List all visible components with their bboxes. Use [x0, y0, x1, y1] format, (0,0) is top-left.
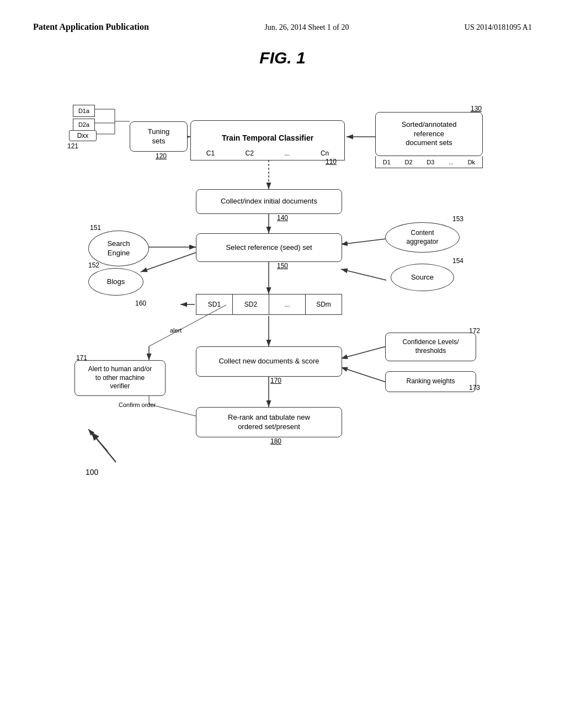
ref-121: 121 [67, 142, 78, 150]
ref-160: 160 [135, 299, 146, 307]
fig-title: FIG. 1 [259, 49, 305, 67]
ref-170: 170 [270, 377, 281, 384]
ranking-label: Ranking weights [406, 377, 455, 386]
ref-140: 140 [277, 214, 288, 222]
svg-line-12 [341, 269, 386, 280]
ref-150: 150 [277, 262, 288, 270]
sd2-cell: SD2 [233, 295, 269, 314]
source-box: Source [391, 264, 454, 291]
ref-100: 100 [86, 468, 98, 477]
sd-row-container: SD1 SD2 ... SDm [196, 294, 342, 315]
d1a-box: D1a [73, 105, 95, 117]
sd1-cell: SD1 [196, 295, 233, 314]
collect-index-label: Collect/index initial documents [221, 197, 317, 206]
rerank-label: Re-rank and tabulate newordered set/pres… [228, 413, 310, 432]
blogs-box: Blogs [88, 268, 143, 296]
source-label: Source [411, 273, 434, 282]
select-ref-box: Select reference (seed) set [196, 233, 342, 262]
header: Patent Application Publication Jun. 26, … [33, 22, 532, 32]
ref-120: 120 [156, 152, 167, 160]
loop-arrow-svg [83, 424, 127, 468]
publication-label: Patent Application Publication [33, 22, 149, 32]
tuning-sets-box: Tuningsets [130, 121, 188, 152]
content-aggregator-box: Contentaggregator [385, 222, 460, 253]
ref-152: 152 [88, 261, 99, 269]
tuning-sets-label: Tuningsets [148, 127, 169, 146]
rerank-box: Re-rank and tabulate newordered set/pres… [196, 407, 342, 437]
ref-180: 180 [270, 437, 281, 445]
collect-index-box: Collect/index initial documents [196, 189, 342, 214]
sdm-cell: SDm [306, 295, 342, 314]
ranking-box: Ranking weights [385, 371, 476, 392]
page: Patent Application Publication Jun. 26, … [0, 0, 565, 728]
content-aggregator-label: Contentaggregator [406, 229, 438, 246]
ref-172: 172 [469, 327, 480, 335]
alert-box: Alert to human and/orto other machinever… [74, 360, 166, 396]
sorted-ref-box: Sorted/annotatedreferencedocument sets [375, 112, 483, 156]
d2a-box: D2a [73, 119, 95, 131]
figure-area: FIG. 1 [33, 43, 532, 677]
date-sheet-label: Jun. 26, 2014 Sheet 1 of 20 [264, 23, 349, 32]
alert-text-label: alert [170, 327, 182, 334]
classifier-cells: C1 C2 ... Cn [190, 147, 345, 160]
sorted-ref-label: Sorted/annotatedreferencedocument sets [402, 120, 457, 148]
collect-score-box: Collect new documents & score [196, 346, 342, 377]
ref-171: 171 [76, 354, 87, 362]
search-engine-label: SearchEngine [107, 239, 130, 258]
svg-line-10 [141, 253, 196, 272]
svg-line-26 [91, 432, 116, 462]
collect-score-label: Collect new documents & score [218, 357, 319, 366]
ref-130: 130 [471, 105, 482, 113]
diagram: Train Temporal Classifier C1 C2 ... Cn 1… [33, 76, 532, 677]
confidence-label: Confidence Levels/thresholds [402, 338, 459, 355]
select-ref-label: Select reference (seed) set [226, 243, 312, 253]
svg-line-11 [341, 239, 386, 244]
svg-line-17 [341, 346, 386, 358]
ref-doc-cells: D1 D2 D3 ... Dk [375, 156, 483, 168]
ref-153: 153 [452, 215, 463, 223]
ref-151: 151 [90, 224, 101, 232]
sd-ellipsis-cell: ... [269, 295, 306, 314]
alert-label: Alert to human and/orto other machinever… [88, 365, 152, 391]
dxx-box: Dxx [69, 130, 97, 141]
sd-connector-arrow [179, 294, 196, 315]
blogs-label: Blogs [107, 277, 125, 287]
ref-173: 173 [469, 384, 480, 392]
patent-number-label: US 2014/0181095 A1 [465, 23, 532, 32]
sd-cells: SD1 SD2 ... SDm [196, 294, 342, 315]
svg-line-18 [341, 367, 386, 382]
confirm-order-label: Confirm order [119, 402, 156, 408]
train-temporal-label: Train Temporal Classifier [222, 133, 313, 143]
confidence-box: Confidence Levels/thresholds [385, 333, 476, 361]
ref-154: 154 [452, 257, 463, 265]
ref-110: 110 [326, 158, 337, 165]
